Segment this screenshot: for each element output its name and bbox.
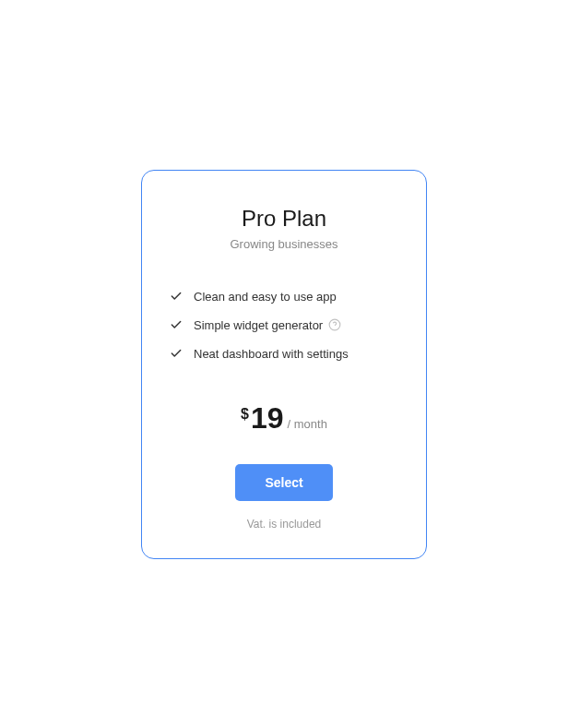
price: $ 19 / month [170, 403, 398, 433]
currency-symbol: $ [241, 406, 249, 423]
feature-item: Simple widget generator [170, 318, 398, 332]
help-icon[interactable] [328, 318, 341, 331]
price-amount: 19 [251, 403, 284, 433]
vat-note: Vat. is included [170, 518, 398, 531]
select-button[interactable]: Select [235, 464, 333, 501]
pricing-card: Pro Plan Growing businesses Clean and ea… [141, 170, 427, 559]
feature-label: Neat dashboard with settings [194, 347, 349, 361]
price-period: / month [288, 417, 327, 431]
feature-label: Simple widget generator [194, 318, 323, 332]
feature-item: Clean and easy to use app [170, 290, 398, 304]
plan-subtitle: Growing businesses [170, 237, 398, 251]
check-icon [170, 290, 183, 303]
check-icon [170, 347, 183, 360]
feature-item: Neat dashboard with settings [170, 347, 398, 361]
feature-label: Clean and easy to use app [194, 290, 337, 304]
plan-title: Pro Plan [170, 206, 398, 232]
feature-list: Clean and easy to use app Simple widget … [170, 290, 398, 361]
check-icon [170, 318, 183, 331]
